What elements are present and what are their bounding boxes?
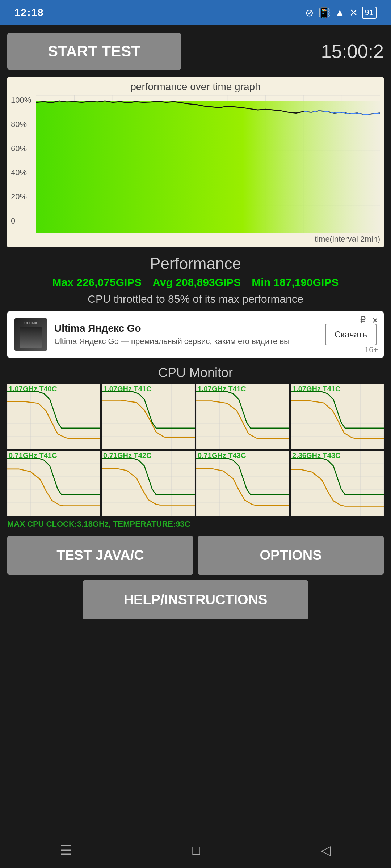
cpu-cell-label-3: 1.07GHz T41C (292, 385, 340, 393)
cpu-cell-svg-3 (291, 384, 384, 449)
graph-section: performance over time graph 100% 80% 60%… (7, 77, 384, 247)
cpu-cell-5: 0.71GHz T42C (102, 451, 195, 516)
ad-close-button[interactable]: × (372, 315, 378, 326)
cpu-grid: 1.07GHz T40C1.07GHz T41C1.07GHz T41C1.07… (7, 384, 384, 516)
cpu-cell-1: 1.07GHz T41C (102, 384, 195, 449)
cpu-cell-label-0: 1.07GHz T40C (9, 385, 57, 393)
cpu-cell-svg-6 (196, 451, 289, 516)
graph-time-label: time(interval 2min) (11, 234, 380, 244)
cpu-cell-label-2: 1.07GHz T41C (198, 385, 246, 393)
cpu-cell-label-7: 2.36GHz T43C (292, 451, 340, 460)
ad-banner: ULTIMA Ultima Яндекс Go Ultima Яндекс Go… (7, 311, 384, 358)
signal-icon: ✕ (349, 7, 358, 19)
graph-container: 100% 80% 60% 40% 20% 0 (11, 95, 380, 233)
top-row: START TEST 15:00:2 (7, 33, 384, 70)
y-label-40: 40% (11, 168, 33, 177)
help-button[interactable]: HELP/INSTRUCTIONS (83, 580, 308, 619)
graph-y-labels: 100% 80% 60% 40% 20% 0 (11, 95, 36, 233)
cpu-cell-svg-4 (7, 451, 100, 516)
options-button[interactable]: OPTIONS (198, 536, 384, 575)
ad-age-rating: 16+ (365, 345, 378, 354)
bottom-buttons: TEST JAVA/C OPTIONS (7, 536, 384, 575)
stat-avg: Avg 208,893GIPS (152, 276, 241, 289)
nav-bar: ☰ □ ◁ (0, 832, 391, 868)
graph-area (36, 95, 380, 233)
graph-title: performance over time graph (11, 81, 380, 93)
status-bar: 12:18 ⊘ 📳 ▲ ✕ 91 (0, 0, 391, 25)
status-icons: ⊘ 📳 ▲ ✕ 91 (305, 7, 377, 19)
ad-rub-icon: ₽ (360, 315, 366, 325)
battery-indicator: 91 (362, 7, 377, 19)
ad-text-block: Ultima Яндекс Go Ultima Яндекс Go — прем… (54, 323, 318, 347)
nav-icon: ⊘ (305, 7, 314, 19)
cpu-cell-label-1: 1.07GHz T41C (103, 385, 151, 393)
stat-max: Max 226,075GIPS (52, 276, 142, 289)
cpu-cell-label-5: 0.71GHz T42C (103, 451, 151, 460)
cpu-cell-label-4: 0.71GHz T41C (9, 451, 57, 460)
cpu-cell-svg-2 (196, 384, 289, 449)
stat-min: Min 187,190GIPS (252, 276, 339, 289)
cpu-monitor-section: CPU Monitor 1.07GHz T40C1.07GHz T41C1.07… (7, 365, 384, 530)
cpu-max-info: MAX CPU CLOCK:3.18GHz, TEMPERATURE:93C (7, 518, 384, 530)
cpu-cell-svg-0 (7, 384, 100, 449)
cpu-cell-2: 1.07GHz T41C (196, 384, 289, 449)
ad-title: Ultima Яндекс Go (54, 323, 318, 334)
vibrate-icon: 📳 (318, 7, 331, 19)
y-label-0: 0 (11, 216, 33, 226)
performance-graph-svg (36, 95, 380, 233)
cpu-cell-3: 1.07GHz T41C (291, 384, 384, 449)
ad-description: Ultima Яндекс Go — премиальный сервис, к… (54, 336, 318, 347)
cpu-cell-label-6: 0.71GHz T43C (198, 451, 246, 460)
test-java-button[interactable]: TEST JAVA/C (7, 536, 193, 575)
nav-back-icon[interactable]: ◁ (321, 843, 331, 858)
start-test-button[interactable]: START TEST (7, 33, 181, 70)
y-label-100: 100% (11, 95, 33, 105)
cpu-cell-6: 0.71GHz T43C (196, 451, 289, 516)
cpu-cell-4: 0.71GHz T41C (7, 451, 100, 516)
ad-image: ULTIMA (14, 318, 47, 351)
y-label-20: 20% (11, 192, 33, 201)
performance-title: Performance (7, 255, 384, 273)
performance-section: Performance Max 226,075GIPS Avg 208,893G… (7, 255, 384, 305)
y-label-60: 60% (11, 144, 33, 153)
timer-display: 15:00:2 (321, 41, 384, 62)
nav-home-icon[interactable]: □ (192, 843, 200, 858)
wifi-icon: ▲ (335, 7, 345, 18)
cpu-cell-svg-1 (102, 384, 195, 449)
cpu-cell-7: 2.36GHz T43C (291, 451, 384, 516)
status-time: 12:18 (14, 7, 44, 18)
cpu-monitor-title: CPU Monitor (7, 365, 384, 380)
ad-download-button[interactable]: Скачать (325, 324, 377, 345)
main-content: START TEST 15:00:2 performance over time… (0, 25, 391, 673)
nav-menu-icon[interactable]: ☰ (60, 843, 72, 858)
cpu-cell-svg-7 (291, 451, 384, 516)
cpu-cell-0: 1.07GHz T40C (7, 384, 100, 449)
svg-rect-14 (36, 101, 380, 233)
y-label-80: 80% (11, 120, 33, 129)
performance-stats: Max 226,075GIPS Avg 208,893GIPS Min 187,… (7, 276, 384, 289)
cpu-cell-svg-5 (102, 451, 195, 516)
performance-throttle: CPU throttled to 85% of its max performa… (7, 293, 384, 305)
ad-image-inner: ULTIMA (14, 318, 47, 351)
